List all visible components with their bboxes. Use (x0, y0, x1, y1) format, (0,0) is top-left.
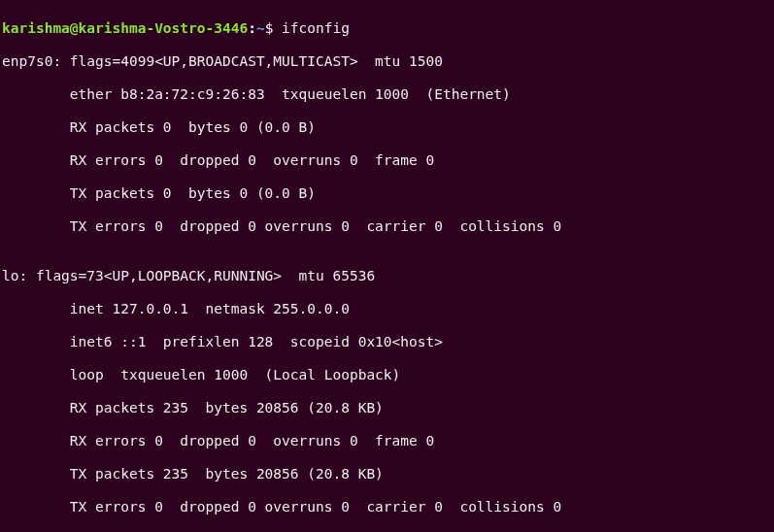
prompt-colon: : (248, 20, 256, 36)
output-line: inet6 ::1 prefixlen 128 scopeid 0x10<hos… (2, 334, 772, 350)
output-line: enp7s0: flags=4099<UP,BROADCAST,MULTICAS… (2, 53, 772, 70)
terminal-viewport[interactable]: karishma@karishma-Vostro-3446:~$ ifconfi… (0, 0, 774, 532)
output-line: inet 127.0.0.1 netmask 255.0.0.0 (2, 301, 772, 317)
prompt-path: ~ (256, 20, 265, 36)
prompt-line-1: karishma@karishma-Vostro-3446:~$ ifconfi… (2, 20, 772, 37)
output-line: TX packets 0 bytes 0 (0.0 B) (2, 185, 772, 202)
output-line: TX packets 235 bytes 20856 (20.8 KB) (2, 466, 772, 482)
command-input[interactable]: ifconfig (282, 20, 350, 36)
output-line: TX errors 0 dropped 0 overruns 0 carrier… (2, 499, 772, 515)
output-line: RX packets 235 bytes 20856 (20.8 KB) (2, 400, 772, 416)
output-line: RX packets 0 bytes 0 (0.0 B) (2, 119, 772, 136)
output-line: lo: flags=73<UP,LOOPBACK,RUNNING> mtu 65… (2, 268, 772, 284)
output-line: RX errors 0 dropped 0 overruns 0 frame 0 (2, 433, 772, 449)
output-line: RX errors 0 dropped 0 overruns 0 frame 0 (2, 152, 772, 169)
prompt-user: karishma@karishma-Vostro-3446 (2, 20, 248, 36)
output-line: ether b8:2a:72:c9:26:83 txqueuelen 1000 … (2, 86, 772, 103)
prompt-dollar: $ (265, 20, 282, 36)
output-line: loop txqueuelen 1000 (Local Loopback) (2, 367, 772, 383)
output-line: TX errors 0 dropped 0 overruns 0 carrier… (2, 218, 772, 235)
